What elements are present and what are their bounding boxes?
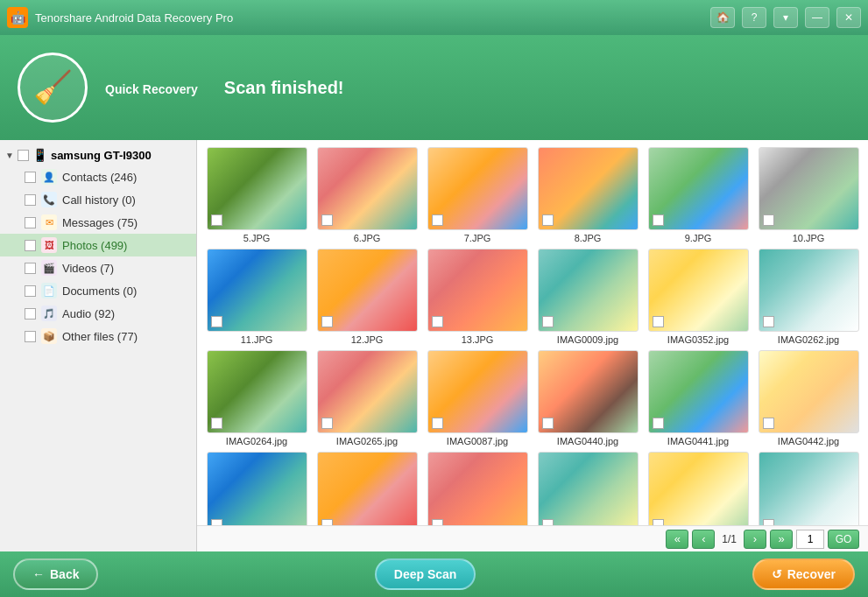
photo-label: 11.JPG: [241, 334, 273, 345]
photo-checkbox[interactable]: [321, 519, 333, 525]
photo-thumbnail[interactable]: [317, 249, 418, 332]
photo-thumbnail[interactable]: [427, 249, 528, 332]
photo-item: 8.JPG: [535, 147, 640, 243]
first-page-button[interactable]: «: [666, 530, 688, 549]
go-button[interactable]: GO: [828, 530, 859, 549]
sidebar-item-contacts[interactable]: 👤 Contacts (246): [0, 165, 196, 188]
photo-checkbox[interactable]: [763, 316, 774, 327]
photo-checkbox[interactable]: [432, 316, 443, 327]
deep-scan-button[interactable]: Deep Scan: [375, 558, 476, 590]
sidebar-items-list: 👤 Contacts (246) 📞 Call history (0) ✉ Me…: [0, 165, 196, 348]
photo-checkbox[interactable]: [432, 214, 443, 226]
photo-checkbox[interactable]: [321, 316, 333, 327]
photo-checkbox[interactable]: [653, 316, 664, 327]
sidebar-item-other_files[interactable]: 📦 Other files (77): [0, 325, 196, 348]
photo-checkbox[interactable]: [763, 214, 774, 226]
item-label-audio: Audio (92): [62, 307, 115, 320]
page-input[interactable]: [796, 530, 824, 549]
sidebar-item-audio[interactable]: 🎵 Audio (92): [0, 302, 196, 325]
photo-area: 5.JPG 6.JPG 7.JPG 8.JPG 9.JPG: [197, 140, 868, 551]
photo-thumbnail[interactable]: [538, 249, 639, 332]
photo-thumbnail[interactable]: [427, 350, 528, 433]
photo-checkbox[interactable]: [763, 519, 774, 525]
last-page-button[interactable]: »: [770, 530, 793, 549]
sidebar-item-photos[interactable]: 🖼 Photos (499): [0, 234, 196, 256]
photo-thumbnail[interactable]: [759, 249, 859, 332]
next-page-button[interactable]: ›: [744, 530, 766, 549]
photo-label: IMAG0087.jpg: [447, 436, 508, 446]
photo-thumbnail[interactable]: [207, 350, 307, 433]
photo-thumbnail[interactable]: [427, 147, 528, 230]
photo-label: 8.JPG: [575, 233, 602, 243]
photo-checkbox[interactable]: [542, 519, 554, 525]
device-checkbox[interactable]: [18, 150, 29, 161]
photo-thumbnail[interactable]: [207, 147, 307, 230]
photo-thumbnail[interactable]: [759, 147, 859, 230]
close-button[interactable]: ✕: [836, 7, 861, 28]
photo-checkbox[interactable]: [542, 316, 554, 327]
photo-checkbox[interactable]: [211, 519, 222, 525]
scan-status: Scan finished!: [224, 78, 344, 98]
photo-checkbox[interactable]: [432, 418, 443, 429]
sidebar-item-videos[interactable]: 🎬 Videos (7): [0, 256, 196, 279]
photo-checkbox[interactable]: [653, 418, 664, 429]
item-checkbox-documents[interactable]: [25, 285, 36, 297]
item-label-videos: Videos (7): [62, 262, 114, 275]
prev-page-button[interactable]: ‹: [692, 530, 715, 549]
photo-thumbnail[interactable]: [427, 452, 528, 525]
item-checkbox-audio[interactable]: [25, 308, 36, 320]
photo-checkbox[interactable]: [653, 214, 664, 226]
photo-thumbnail[interactable]: [207, 249, 307, 332]
deep-scan-label: Deep Scan: [394, 567, 457, 581]
photo-item: 9.JPG: [646, 147, 751, 243]
item-checkbox-messages[interactable]: [25, 217, 36, 228]
photo-thumbnail[interactable]: [538, 147, 639, 230]
sidebar-item-messages[interactable]: ✉ Messages (75): [0, 211, 196, 234]
pagination-bar: « ‹ 1/1 › » GO: [197, 525, 868, 551]
photo-thumbnail[interactable]: [317, 350, 418, 433]
photo-checkbox[interactable]: [763, 418, 774, 429]
photo-thumbnail[interactable]: [648, 147, 749, 230]
photo-thumbnail[interactable]: [538, 350, 639, 433]
photo-thumbnail[interactable]: [317, 452, 418, 525]
photo-checkbox[interactable]: [321, 214, 333, 226]
photo-checkbox[interactable]: [542, 214, 554, 226]
sidebar-item-call_history[interactable]: 📞 Call history (0): [0, 188, 196, 211]
photo-thumbnail[interactable]: [759, 350, 859, 433]
item-checkbox-call_history[interactable]: [25, 194, 36, 206]
tree-arrow: ▼: [5, 151, 14, 160]
photo-checkbox[interactable]: [211, 418, 222, 429]
photo-thumbnail[interactable]: [317, 147, 418, 230]
photo-thumbnail[interactable]: [759, 452, 859, 525]
photo-item: 10.JPG: [756, 147, 861, 243]
photo-checkbox[interactable]: [542, 418, 554, 429]
back-button[interactable]: ← Back: [13, 558, 98, 590]
photo-thumbnail[interactable]: [648, 249, 749, 332]
sidebar-item-documents[interactable]: 📄 Documents (0): [0, 279, 196, 302]
item-checkbox-other_files[interactable]: [25, 331, 36, 342]
photo-checkbox[interactable]: [211, 316, 222, 327]
photo-label: IMAG0009.jpg: [557, 334, 618, 345]
dropdown-button[interactable]: ▾: [773, 7, 798, 28]
photo-checkbox[interactable]: [432, 519, 443, 525]
item-icon-audio: 🎵: [41, 306, 57, 321]
minimize-button[interactable]: —: [805, 7, 829, 28]
content-area: ▼ 📱 samsung GT-I9300 👤 Contacts (246) 📞 …: [0, 140, 868, 551]
photo-label: 9.JPG: [685, 233, 712, 243]
photo-checkbox[interactable]: [211, 214, 222, 226]
photo-checkbox[interactable]: [653, 519, 664, 525]
photo-thumbnail[interactable]: [207, 452, 307, 525]
help-button[interactable]: ?: [742, 7, 766, 28]
photo-thumbnail[interactable]: [648, 350, 749, 433]
photo-item: 12.JPG: [314, 249, 420, 345]
photo-item: 13.JPG: [425, 249, 530, 345]
item-checkbox-photos[interactable]: [25, 240, 36, 251]
recover-button[interactable]: ↺ Recover: [752, 558, 855, 590]
home-button[interactable]: 🏠: [710, 7, 735, 28]
item-checkbox-videos[interactable]: [25, 263, 36, 274]
photo-thumbnail[interactable]: [538, 452, 639, 525]
photo-item: IMAG0443.jpg: [204, 452, 309, 525]
photo-checkbox[interactable]: [321, 418, 333, 429]
photo-thumbnail[interactable]: [648, 452, 749, 525]
item-checkbox-contacts[interactable]: [25, 172, 36, 183]
